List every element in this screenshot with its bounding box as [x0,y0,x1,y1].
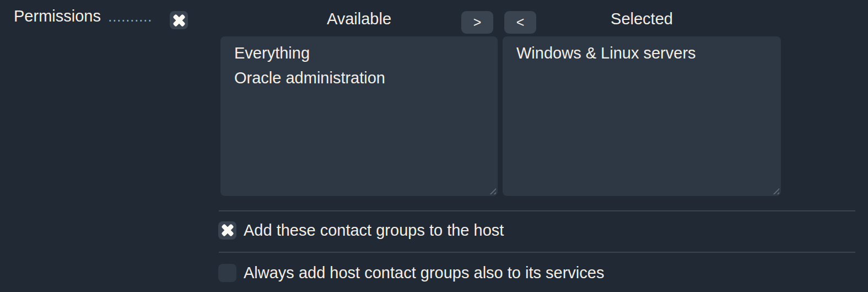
move-to-available-button[interactable]: < [504,11,536,34]
selected-column-header: Selected [503,9,781,29]
list-item[interactable]: Everything [220,41,498,66]
checkbox-label[interactable]: Always add host contact groups also to i… [244,263,604,282]
chevron-left-icon: < [516,14,525,30]
permissions-enable-checkbox[interactable] [170,11,188,29]
selected-listbox[interactable]: Windows & Linux servers [503,36,781,196]
permissions-row-label: Permissions.......... [14,6,152,26]
always-add-services-checkbox[interactable] [218,264,236,282]
option-row-add-contact-groups[interactable]: Add these contact groups to the host [218,221,504,240]
chevron-right-icon: > [473,14,482,30]
option-row-always-add-to-services[interactable]: Always add host contact groups also to i… [218,263,604,282]
x-icon [172,13,186,28]
label-filler-dots: .......... [108,8,152,25]
add-contact-groups-checkbox[interactable] [218,221,236,240]
available-column-header: Available [220,9,498,29]
list-item[interactable]: Oracle administration [220,66,498,91]
divider [219,210,855,211]
available-listbox[interactable]: Everything Oracle administration [220,36,498,196]
resize-grip-icon[interactable] [771,186,779,194]
move-to-selected-button[interactable]: > [461,11,493,34]
permissions-label: Permissions [14,7,101,25]
x-icon [220,223,235,237]
checkbox-label[interactable]: Add these contact groups to the host [244,221,504,240]
resize-grip-icon[interactable] [488,186,496,194]
list-item[interactable]: Windows & Linux servers [503,41,781,66]
divider [219,252,855,253]
